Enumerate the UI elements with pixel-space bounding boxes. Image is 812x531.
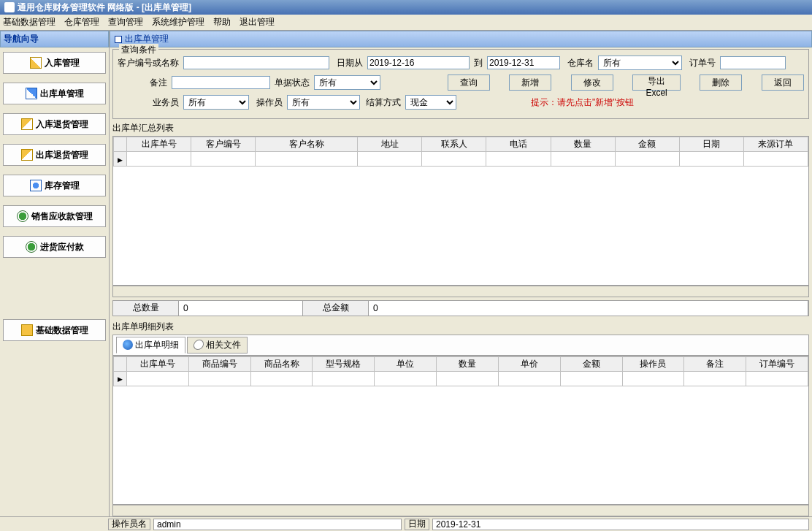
dcol-product-id[interactable]: 商品编号 [188, 356, 250, 371]
col-address[interactable]: 地址 [358, 137, 422, 152]
app-icon [4, 2, 15, 12]
attachment-icon [193, 340, 204, 350]
input-date-to[interactable] [487, 56, 560, 69]
menubar: 基础数据管理 仓库管理 查询管理 系统维护管理 帮助 退出管理 [0, 15, 812, 31]
nav-outbound-return[interactable]: 出库退货管理 [3, 144, 106, 166]
detail-grid[interactable]: 出库单号 商品编号 商品名称 型号规格 单位 数量 单价 金额 操作员 备注 订… [112, 356, 809, 505]
statusbar: 操作员名 admin 日期 2019-12-31 [0, 516, 812, 531]
select-settle[interactable]: 现金 [405, 95, 456, 110]
col-customer-name[interactable]: 客户名称 [256, 137, 358, 152]
nav-title: 导航向导 [0, 31, 109, 47]
nav-inbound[interactable]: 入库管理 [3, 52, 106, 74]
status-operator-label: 操作员名 [108, 519, 150, 530]
value-total-qty: 0 [179, 301, 303, 316]
summary-label: 出库单汇总列表 [110, 121, 812, 136]
label-date-to: 到 [474, 57, 483, 69]
new-button[interactable]: 新增 [509, 75, 551, 91]
edit-button[interactable]: 修改 [571, 75, 613, 91]
nav-inventory[interactable]: 库存管理 [3, 175, 106, 196]
dcol-qty[interactable]: 数量 [437, 356, 499, 371]
hint-text: 提示：请先点击"新增"按钮 [531, 96, 634, 109]
nav-receivable[interactable]: 销售应收款管理 [3, 205, 106, 227]
nav-basic-data[interactable]: 基础数据管理 [3, 319, 106, 341]
label-total-qty: 总数量 [113, 301, 179, 316]
menu-warehouse[interactable]: 仓库管理 [64, 16, 99, 28]
detail-scrollbar[interactable] [112, 505, 809, 516]
label-total-amount: 总金额 [303, 301, 369, 316]
nav-inbound-return[interactable]: 入库退货管理 [3, 113, 106, 135]
dcol-order-no[interactable]: 订单编号 [746, 356, 808, 371]
detail-tabs: 出库单明细 相关文件 [112, 335, 809, 356]
window-title: 通用仓库财务管理软件 网络版 - [出库单管理] [18, 1, 191, 14]
label-operator: 操作员 [253, 96, 283, 109]
receivable-icon [17, 210, 28, 222]
input-order[interactable] [720, 56, 786, 69]
col-date[interactable]: 日期 [679, 137, 743, 152]
dcol-unit[interactable]: 单位 [375, 356, 437, 371]
dcol-spec[interactable]: 型号规格 [313, 356, 375, 371]
label-remark: 备注 [118, 77, 167, 89]
label-order: 订单号 [686, 57, 716, 69]
restore-icon[interactable] [115, 36, 122, 43]
table-row[interactable] [114, 152, 808, 167]
menu-exit[interactable]: 退出管理 [240, 16, 275, 28]
dcol-outbound-no[interactable]: 出库单号 [127, 356, 189, 371]
row-indicator-icon [114, 371, 127, 386]
query-group: 查询条件 客户编号或名称 日期从 到 仓库名 所有 订单号 备注 单据状态 所有… [112, 49, 809, 119]
input-date-from[interactable] [367, 56, 470, 69]
globe-icon [123, 340, 133, 350]
dcol-operator[interactable]: 操作员 [622, 356, 684, 371]
export-excel-button[interactable]: 导出Excel [632, 75, 680, 91]
input-remark[interactable] [172, 76, 270, 89]
query-button[interactable]: 查询 [448, 75, 490, 91]
detail-label: 出库单明细列表 [110, 319, 812, 335]
outbound-icon [26, 88, 37, 99]
nav-outbound[interactable]: 出库单管理 [3, 83, 106, 104]
label-sales: 业务员 [118, 96, 179, 109]
select-sales[interactable]: 所有 [183, 95, 249, 110]
window-titlebar: 通用仓库财务管理软件 网络版 - [出库单管理] [0, 0, 812, 15]
select-status[interactable]: 所有 [314, 75, 380, 90]
label-settle: 结算方式 [364, 96, 401, 109]
nav-panel: 导航向导 入库管理 出库单管理 入库退货管理 出库退货管理 库存管理 销售应收款… [0, 31, 110, 516]
menu-help[interactable]: 帮助 [213, 16, 231, 28]
input-customer[interactable] [183, 56, 329, 69]
table-row[interactable] [114, 371, 808, 386]
select-operator[interactable]: 所有 [287, 95, 360, 110]
menu-maintenance[interactable]: 系统维护管理 [152, 16, 204, 28]
col-contact[interactable]: 联系人 [422, 137, 486, 152]
row-indicator-icon [114, 152, 127, 167]
col-customer-id[interactable]: 客户编号 [191, 137, 256, 152]
dcol-amount[interactable]: 金额 [560, 356, 622, 371]
select-warehouse[interactable]: 所有 [598, 56, 682, 70]
row-header-corner [114, 137, 127, 152]
menu-query[interactable]: 查询管理 [108, 16, 143, 28]
value-total-amount: 0 [369, 301, 808, 316]
document-area: 出库单管理 查询条件 客户编号或名称 日期从 到 仓库名 所有 订单号 备注 单… [110, 31, 812, 516]
query-legend: 查询条件 [119, 44, 158, 56]
dcol-product-name[interactable]: 商品名称 [250, 356, 313, 371]
dcol-price[interactable]: 单价 [498, 356, 560, 371]
summary-grid[interactable]: 出库单号 客户编号 客户名称 地址 联系人 电话 数量 金额 日期 来源订单 [112, 136, 809, 286]
label-warehouse: 仓库名 [564, 57, 594, 69]
back-button[interactable]: 返回 [762, 75, 804, 91]
col-outbound-no[interactable]: 出库单号 [127, 137, 191, 152]
tab-detail[interactable]: 出库单明细 [116, 337, 185, 354]
detail-row-header-corner [114, 356, 127, 371]
label-customer: 客户编号或名称 [118, 57, 179, 69]
label-status: 单据状态 [275, 77, 310, 89]
dcol-remark[interactable]: 备注 [684, 356, 746, 371]
nav-payable[interactable]: 进货应付款 [3, 236, 106, 258]
inbound-icon [30, 57, 42, 69]
col-source-order[interactable]: 来源订单 [743, 137, 808, 152]
outbound-return-icon [21, 149, 33, 161]
status-date-label: 日期 [405, 519, 429, 530]
delete-button[interactable]: 删除 [700, 75, 742, 91]
summary-scrollbar[interactable] [112, 286, 809, 297]
col-qty[interactable]: 数量 [551, 137, 615, 152]
menu-basic-data[interactable]: 基础数据管理 [3, 16, 55, 28]
payable-icon [26, 241, 37, 253]
col-phone[interactable]: 电话 [486, 137, 551, 152]
col-amount[interactable]: 金额 [615, 137, 679, 152]
tab-files[interactable]: 相关文件 [187, 337, 248, 354]
